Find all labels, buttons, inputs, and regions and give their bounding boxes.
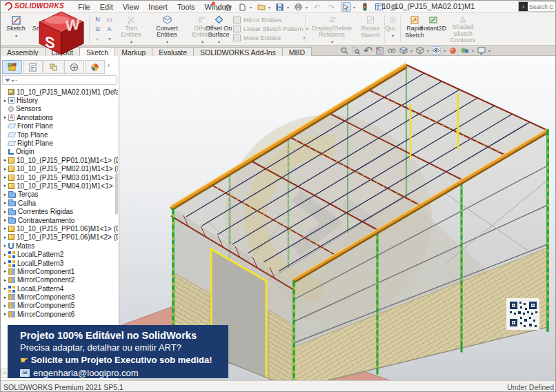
banner-email[interactable]: ✉engenharia@loogipro.com bbox=[20, 366, 228, 380]
select-cursor-icon[interactable] bbox=[341, 2, 351, 12]
edit-appearance-icon[interactable] bbox=[448, 46, 457, 55]
dimxpertmanager-tab[interactable] bbox=[64, 60, 84, 74]
tree-item-root[interactable]: 10_10_(PJ15_MA02.01)M1 (Default<Display … bbox=[1, 88, 118, 96]
circle-icon[interactable]: ⊙ bbox=[92, 24, 103, 34]
tree-item-folder-tercas[interactable]: Terças bbox=[1, 190, 118, 199]
move-entities-button[interactable]: Move Entities▾ bbox=[233, 33, 305, 42]
display-delete-relations-icon bbox=[327, 15, 337, 25]
save-dropdown[interactable]: ▾ bbox=[287, 5, 289, 10]
polygon-text-icon[interactable]: A bbox=[103, 24, 115, 34]
tree-item-mirror[interactable]: MirrorComponent1 bbox=[1, 267, 118, 275]
view-orientation-icon[interactable] bbox=[399, 46, 408, 55]
arc-icon[interactable]: ⌐ bbox=[92, 34, 103, 43]
configurationmanager-tab[interactable] bbox=[43, 60, 63, 74]
apply-scene-dropdown[interactable]: ▾ bbox=[472, 48, 474, 53]
mirror-entities-button[interactable]: Mirror Entities bbox=[233, 15, 305, 24]
origin-icon bbox=[8, 149, 14, 155]
tree-item-origin[interactable]: Origin bbox=[1, 148, 118, 156]
search-input[interactable] bbox=[528, 3, 555, 10]
sketch-button[interactable]: Sketch▾ bbox=[2, 14, 30, 44]
menu-view[interactable]: View bbox=[123, 3, 139, 11]
tree-item-pattern[interactable]: LocalLPattern4 bbox=[1, 284, 118, 293]
filter-dropdown-caret[interactable]: ▾ bbox=[12, 78, 14, 83]
view-orientation-dropdown[interactable]: ▾ bbox=[410, 48, 413, 53]
corner-rectangle-icon[interactable]: ▭ bbox=[103, 14, 115, 24]
menu-tools[interactable]: Tools bbox=[177, 3, 195, 11]
mirror-icon bbox=[8, 277, 15, 283]
tree-item-component[interactable]: 10_10_(PJ15_PM03.01)M1<1> (Default<D bbox=[1, 173, 118, 182]
offset-on-surface-icon bbox=[214, 15, 224, 25]
tree-item-component[interactable]: 10_10_(PJ15_PM04.01)M1<1> (Default<D bbox=[1, 182, 118, 190]
featuremanager-tab[interactable] bbox=[2, 60, 22, 74]
tree-item-pattern[interactable]: LocalLPattern2 bbox=[1, 250, 118, 258]
part-icon bbox=[8, 234, 14, 240]
view-settings-dropdown[interactable]: ▾ bbox=[488, 48, 490, 53]
dynamic-annotation-icon[interactable] bbox=[387, 46, 396, 55]
trim-entities-button[interactable]: Trim Entities▾ bbox=[116, 14, 146, 44]
zoom-to-fit-icon[interactable] bbox=[340, 46, 349, 55]
tree-item-mirror[interactable]: MirrorComponent5 bbox=[1, 302, 118, 310]
tree-item-folder-correntes[interactable]: Correntes Rigidas bbox=[1, 207, 118, 215]
tree-item-mirror[interactable]: MirrorComponent3 bbox=[1, 293, 118, 301]
tree-item-component[interactable]: 10_10_(PJ15_PP01.01)M1<1> (Default<<D bbox=[1, 156, 118, 164]
menu-edit[interactable]: Edit bbox=[100, 3, 113, 11]
tree-item-component[interactable]: 10_10_(PJ15_PP01.06)M1<2> (Default<<D bbox=[1, 233, 118, 242]
undo-icon[interactable]: ↶ bbox=[312, 2, 322, 12]
tree-item-history[interactable]: History bbox=[1, 96, 118, 104]
sketch-entity-tools[interactable]: N▭ ⊙A ⌐▪ bbox=[92, 14, 115, 43]
tree-filter[interactable]: ▾ - bbox=[2, 75, 117, 85]
quick-snaps-button[interactable]: Qui...▾ bbox=[385, 14, 400, 44]
tree-item-front-plane[interactable]: Front Plane bbox=[1, 122, 118, 130]
offset-on-surface-button[interactable]: Offset On Surface▾ bbox=[205, 14, 232, 44]
tree-item-pattern[interactable]: LocalLPattern3 bbox=[1, 259, 118, 267]
save-icon[interactable] bbox=[275, 2, 285, 12]
tree-item-folder-calha[interactable]: Calha bbox=[1, 199, 118, 207]
zoom-to-area-icon[interactable] bbox=[352, 46, 361, 55]
open-dropdown[interactable]: ▾ bbox=[268, 5, 270, 10]
display-style-dropdown[interactable]: ▾ bbox=[427, 48, 429, 53]
linear-sketch-pattern-button[interactable]: Linear Sketch Pattern▾ bbox=[233, 24, 305, 33]
section-view-icon[interactable] bbox=[375, 46, 384, 55]
tree-item-mates[interactable]: Mates bbox=[1, 242, 118, 250]
new-document-icon[interactable] bbox=[237, 2, 248, 12]
tree-item-sensors[interactable]: Sensors bbox=[1, 105, 118, 113]
open-icon[interactable] bbox=[256, 2, 266, 12]
tree-item-mirror[interactable]: MirrorComponent6 bbox=[1, 310, 118, 318]
repair-sketch-icon bbox=[366, 15, 376, 25]
redo-icon[interactable]: ↷ bbox=[326, 2, 337, 12]
plane-icon bbox=[8, 124, 17, 128]
tree-item-folder-contraventamento[interactable]: Contraventamento bbox=[1, 216, 118, 224]
part-icon bbox=[8, 183, 14, 189]
tree-item-mirror[interactable]: MirrorComponent2 bbox=[1, 276, 118, 284]
tree-item-component[interactable]: 10_10_(PJ15_PP01.06)M1<1> (Default<<D bbox=[1, 224, 118, 233]
promo-banner: Projeto 100% Editável no SolidWorks Prec… bbox=[8, 325, 228, 378]
convert-entities-button[interactable]: Convert Entities▾ bbox=[147, 14, 187, 44]
propertymanager-tab[interactable] bbox=[23, 60, 43, 74]
tree-item-right-plane[interactable]: Right Plane bbox=[1, 139, 118, 147]
previous-view-icon[interactable]: ↶ bbox=[364, 46, 373, 55]
home-icon[interactable] bbox=[223, 2, 233, 12]
display-style-icon[interactable] bbox=[415, 46, 424, 55]
tree-item-top-plane[interactable]: Top Plane bbox=[1, 130, 118, 139]
move-entities-icon bbox=[233, 35, 241, 41]
tree-scrollbar[interactable] bbox=[115, 173, 118, 215]
print-icon[interactable] bbox=[293, 2, 304, 12]
brand-text: SOLIDWORKS bbox=[14, 2, 64, 10]
spline-icon[interactable]: N bbox=[92, 14, 103, 24]
displaymanager-tab[interactable] bbox=[85, 60, 105, 74]
repair-sketch-button[interactable]: Repair Sketch bbox=[357, 14, 384, 44]
tree-item-component[interactable]: 10_10_(PJ15_PM02.01)M1<1> (Default<D bbox=[1, 165, 118, 173]
menu-insert[interactable]: Insert bbox=[148, 3, 168, 11]
print-dropdown[interactable]: ▾ bbox=[306, 5, 308, 10]
new-document-dropdown[interactable]: ▾ bbox=[250, 5, 252, 10]
shaded-sketch-contours-button[interactable]: Shaded Sketch Contours bbox=[445, 14, 481, 44]
hide-show-items-icon[interactable] bbox=[432, 46, 441, 55]
apply-scene-icon[interactable] bbox=[460, 46, 469, 55]
panel-flyout-arrow[interactable]: › bbox=[108, 61, 110, 69]
point-icon[interactable]: ▪ bbox=[103, 34, 115, 43]
instant2d-icon bbox=[428, 15, 439, 25]
hide-show-dropdown[interactable]: ▾ bbox=[444, 48, 446, 53]
display-delete-relations-button[interactable]: Display/Delete Relations▾ bbox=[307, 14, 357, 44]
view-settings-icon[interactable] bbox=[477, 46, 486, 55]
tree-item-annotations[interactable]: Annotations bbox=[1, 113, 118, 121]
